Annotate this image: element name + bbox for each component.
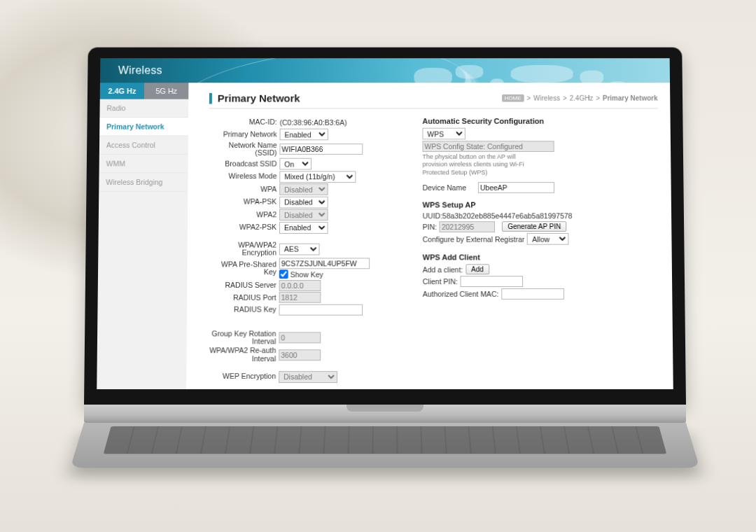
pin-label: PIN: — [423, 223, 437, 231]
wep-encryption-label: WEP Encryption — [207, 372, 279, 381]
primary-network-label: Primary Network — [209, 130, 280, 138]
wireless-mode-select[interactable]: Mixed (11b/g/n) — [279, 171, 356, 183]
radius-key-input[interactable] — [279, 304, 363, 316]
laptop-keyboard — [70, 423, 699, 468]
app-body: 2.4G Hz 5G Hz Radio Primary Network Acce… — [97, 83, 673, 389]
tab-24ghz[interactable]: 2.4G Hz — [100, 83, 144, 99]
wps-setup-ap-title: WPS Setup AP — [423, 201, 659, 209]
app-header: Wireless — [100, 58, 670, 83]
add-client-button[interactable]: Add — [465, 265, 489, 275]
page-bar: Primary Network HOME > Wireless > 2.4GHz… — [209, 92, 658, 108]
device-name-label: Device Name — [423, 183, 475, 192]
columns: MAC-ID: (C0:38:96:A0:B3:6A) Primary Netw… — [207, 115, 660, 384]
laptop-bezel: Wireless 2.4G Hz 5G Hz Radio Primary Net… — [84, 48, 686, 405]
wps-add-client-title: WPS Add Client — [423, 253, 659, 261]
wpa2-psk-select[interactable]: Enabled — [279, 222, 328, 234]
authorized-client-mac-label: Authorized Client MAC: — [423, 290, 499, 298]
radius-port-label: RADIUS Port — [208, 293, 279, 301]
wpa-select[interactable]: Disabled — [279, 183, 328, 195]
wps-config-state — [422, 141, 554, 152]
crumb-current: Primary Network — [603, 94, 658, 102]
auto-security-title: Automatic Security Configuration — [422, 117, 657, 125]
page-title: Primary Network — [218, 92, 300, 104]
show-key-row: Show Key — [279, 270, 323, 279]
pin-input[interactable] — [440, 221, 496, 232]
radius-server-label: RADIUS Server — [208, 281, 279, 289]
mac-id-label: MAC-ID: — [209, 118, 280, 126]
group-key-rotation-label: Group Key Rotation Interval — [208, 330, 279, 346]
breadcrumb: HOME > Wireless > 2.4GHz > Primary Netwo… — [502, 94, 658, 102]
client-pin-label: Client PIN: — [423, 277, 458, 286]
tab-5ghz[interactable]: 5G Hz — [144, 83, 188, 99]
show-key-label: Show Key — [290, 270, 323, 279]
mac-id-value: (C0:38:96:A0:B3:6A) — [280, 118, 347, 127]
device-name-input[interactable] — [478, 182, 554, 193]
radius-port-input[interactable] — [279, 292, 321, 303]
title-accent — [209, 93, 212, 104]
wps-note: The physical button on the AP will provi… — [422, 153, 540, 176]
wpa-psk-label: WPA-PSK — [209, 198, 279, 206]
col-left: MAC-ID: (C0:38:96:A0:B3:6A) Primary Netw… — [207, 115, 403, 384]
sidebar: 2.4G Hz 5G Hz Radio Primary Network Acce… — [97, 83, 188, 389]
group-key-rotation-input[interactable] — [279, 332, 321, 344]
uuid-value: 58a3b202eb885e4447e6ab5a81997578 — [442, 212, 573, 220]
nav-wmm[interactable]: WMM — [99, 155, 188, 173]
wep-encryption-select[interactable]: Disabled — [279, 371, 337, 383]
band-tabs: 2.4G Hz 5G Hz — [100, 83, 189, 99]
encryption-select[interactable]: AES — [279, 243, 320, 255]
generate-ap-pin-button[interactable]: Generate AP PIN — [502, 222, 566, 232]
crumb-wireless[interactable]: Wireless — [533, 94, 560, 102]
uuid-row: UUID:58a3b202eb885e4447e6ab5a81997578 — [423, 212, 659, 220]
wpa-psk-select[interactable]: Disabled — [279, 196, 328, 208]
laptop-hinge — [84, 405, 687, 423]
laptop: Wireless 2.4G Hz 5G Hz Radio Primary Net… — [84, 42, 686, 493]
radius-server-input[interactable] — [279, 280, 321, 291]
add-client-label: Add a client: — [423, 265, 463, 274]
psk-label: WPA Pre-Shared Key — [208, 260, 279, 276]
screen: Wireless 2.4G Hz 5G Hz Radio Primary Net… — [97, 58, 673, 389]
wpa2-psk-label: WPA2-PSK — [209, 224, 279, 232]
wpa2-label: WPA2 — [209, 211, 279, 218]
header-waves-decor — [173, 58, 470, 83]
nav-wireless-bridging[interactable]: Wireless Bridging — [99, 173, 188, 192]
nav-access-control[interactable]: Access Control — [99, 136, 188, 155]
nav-primary-network[interactable]: Primary Network — [99, 118, 188, 136]
wpa-label: WPA — [209, 186, 279, 193]
header-title: Wireless — [100, 64, 162, 77]
nav-radio[interactable]: Radio — [99, 99, 188, 118]
broadcast-ssid-select[interactable]: On — [279, 158, 312, 170]
encryption-label: WPA/WPA2 Encryption — [208, 241, 279, 257]
main-content: Primary Network HOME > Wireless > 2.4GHz… — [186, 83, 673, 389]
ssid-input[interactable] — [279, 144, 363, 155]
wireless-mode-label: Wireless Mode — [209, 173, 279, 181]
crumb-band[interactable]: 2.4GHz — [570, 94, 594, 102]
primary-network-select[interactable]: Enabled — [280, 129, 328, 141]
reauth-interval-input[interactable] — [279, 349, 321, 360]
broadcast-ssid-label: Broadcast SSID — [209, 160, 279, 168]
wpa2-select[interactable]: Disabled — [279, 209, 328, 221]
client-pin-input[interactable] — [461, 276, 524, 288]
radius-key-label: RADIUS Key — [208, 306, 279, 314]
uuid-label: UUID: — [423, 212, 442, 220]
reauth-interval-label: WPA/WPA2 Re-auth Interval — [207, 347, 279, 363]
header-worldmap-decor — [407, 61, 643, 83]
crumb-home-badge[interactable]: HOME — [502, 94, 524, 102]
ssid-label: Network Name (SSID) — [209, 141, 279, 158]
col-right: Automatic Security Configuration WPS The… — [422, 115, 660, 384]
configure-external-registrar-select[interactable]: Allow — [527, 233, 569, 245]
show-key-checkbox[interactable] — [279, 270, 288, 279]
psk-input[interactable] — [279, 258, 370, 270]
authorized-client-mac-input[interactable] — [501, 288, 564, 300]
auto-security-mode-select[interactable]: WPS — [422, 128, 465, 140]
configure-external-registrar-label: Configure by External Registrar — [423, 235, 525, 244]
